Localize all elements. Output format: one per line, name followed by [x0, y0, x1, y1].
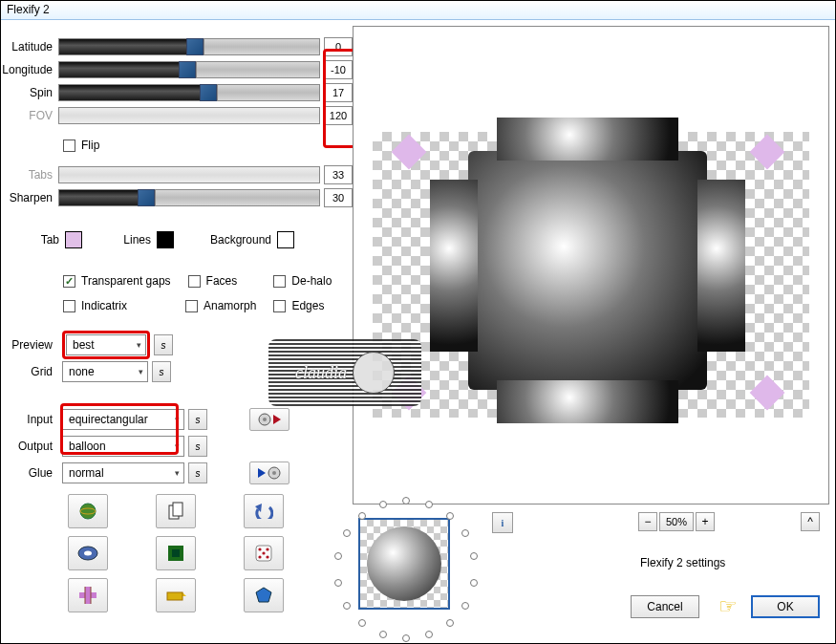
svg-point-28	[403, 498, 410, 504]
slider-thumb-icon[interactable]	[200, 84, 217, 101]
opt-anamorph[interactable]: Anamorph	[185, 299, 256, 312]
fov-label: FOV	[1, 109, 58, 122]
longitude-value[interactable]	[324, 60, 353, 79]
svg-rect-14	[172, 549, 180, 557]
grid-label: Grid	[1, 365, 58, 378]
checkbox-icon	[273, 275, 286, 288]
longitude-label: Longitude	[1, 63, 58, 76]
slider-thumb-icon[interactable]	[138, 189, 155, 206]
play-disc-button-2[interactable]	[249, 462, 289, 484]
zoom-value[interactable]: 50%	[659, 512, 694, 531]
svg-point-30	[447, 513, 454, 520]
svg-point-19	[258, 555, 261, 558]
bg-color-swatch[interactable]	[277, 231, 294, 248]
svg-point-17	[266, 547, 268, 550]
tool-plus-button[interactable]	[68, 578, 108, 612]
svg-point-5	[272, 471, 276, 475]
chevron-down-icon: ▾	[137, 340, 141, 350]
chevron-down-icon: ▾	[175, 415, 180, 424]
opt-faces[interactable]: Faces	[188, 274, 238, 288]
glue-reset-button[interactable]: s	[188, 462, 207, 483]
svg-point-12	[84, 551, 92, 556]
play-disc-icon	[258, 466, 281, 480]
collapse-button[interactable]: ^	[801, 512, 820, 531]
opt-transparent-gaps[interactable]: ✓Transparent gaps	[63, 274, 171, 288]
spin-value[interactable]	[324, 83, 353, 102]
spin-slider[interactable]	[58, 84, 320, 101]
svg-point-40	[344, 603, 351, 610]
slider-unfilled	[217, 84, 320, 101]
glue-row: Glue normal▾ s	[1, 460, 353, 486]
flip-label: Flip	[81, 139, 99, 152]
brick-icon	[165, 589, 186, 602]
svg-point-31	[462, 530, 469, 537]
tabs-value[interactable]	[324, 165, 353, 184]
input-reset-button[interactable]: s	[188, 409, 207, 430]
output-select[interactable]: balloon▾	[62, 436, 184, 457]
svg-point-1	[263, 418, 267, 421]
main-preview[interactable]	[353, 26, 829, 504]
tool-torus-button[interactable]	[68, 536, 108, 570]
color-row: Tab Lines Background	[1, 226, 353, 253]
tool-row-3: 🪣	[1, 578, 353, 612]
tool-brick-button[interactable]	[156, 578, 196, 612]
glue-label: Glue	[1, 466, 58, 480]
slider-unfilled	[204, 38, 320, 55]
input-select[interactable]: equirectangular▾	[62, 409, 184, 430]
flip-row: Flip	[1, 135, 353, 156]
nav-preview-block	[330, 512, 482, 644]
ok-button[interactable]: OK	[751, 595, 820, 618]
opt-dehalo[interactable]: De-halo	[273, 274, 332, 288]
lines-color-swatch[interactable]	[157, 231, 174, 248]
watermark: claudia	[268, 339, 421, 406]
copy-icon	[167, 502, 184, 521]
latitude-value[interactable]	[324, 37, 353, 56]
preview-select[interactable]: best▾	[66, 334, 146, 355]
flip-checkbox[interactable]	[63, 140, 75, 152]
svg-point-42	[335, 553, 342, 560]
titlebar: Flexify 2	[1, 1, 835, 20]
chevron-down-icon: ▾	[175, 441, 180, 451]
play-disc-button[interactable]	[249, 408, 289, 431]
cancel-button[interactable]: Cancel	[631, 595, 699, 618]
output-row: Output balloon▾ s	[1, 433, 353, 460]
tool-globe-button[interactable]	[68, 494, 108, 528]
disc-play-icon	[258, 413, 281, 426]
opt-edges[interactable]: Edges	[273, 299, 324, 312]
zoom-out-button[interactable]: −	[638, 512, 657, 531]
tool-copy-button[interactable]	[156, 494, 196, 528]
svg-point-39	[359, 620, 366, 627]
output-label: Output	[1, 440, 58, 453]
grid-reset-button[interactable]: s	[152, 361, 171, 382]
preview-shape	[430, 180, 478, 352]
tool-undo-button[interactable]	[244, 494, 284, 528]
info-button[interactable]: i	[492, 512, 513, 533]
slider-thumb-icon[interactable]	[179, 61, 196, 78]
zoom-in-button[interactable]: +	[696, 512, 715, 531]
preview-shape	[697, 180, 745, 352]
tool-gem-button[interactable]	[244, 578, 284, 612]
tool-row-1	[1, 494, 353, 528]
slider-sharpen-row: Sharpen	[1, 186, 353, 209]
frame-icon	[167, 545, 184, 562]
tool-dice-button[interactable]	[244, 536, 284, 570]
dice-icon	[255, 545, 272, 562]
nav-dots-ring[interactable]	[330, 493, 482, 644]
fov-value[interactable]	[324, 106, 353, 125]
grid-select[interactable]: none▾	[62, 361, 148, 382]
svg-point-44	[359, 513, 366, 520]
tab-color-swatch[interactable]	[65, 231, 82, 248]
sharpen-value[interactable]	[324, 188, 353, 207]
output-reset-button[interactable]: s	[188, 436, 207, 457]
glue-select[interactable]: normal▾	[62, 462, 184, 483]
sharpen-label: Sharpen	[1, 191, 58, 204]
preview-reset-button[interactable]: s	[154, 334, 173, 355]
sharpen-slider[interactable]	[58, 189, 320, 206]
tabs-label: Tabs	[1, 168, 58, 182]
latitude-slider[interactable]	[58, 38, 320, 55]
tool-frame-button[interactable]	[156, 536, 196, 570]
opt-indicatrix[interactable]: Indicatrix	[63, 299, 168, 312]
longitude-slider[interactable]	[58, 61, 320, 78]
slider-thumb-icon[interactable]	[186, 38, 204, 55]
pointing-hand-icon: ☞	[718, 594, 738, 619]
